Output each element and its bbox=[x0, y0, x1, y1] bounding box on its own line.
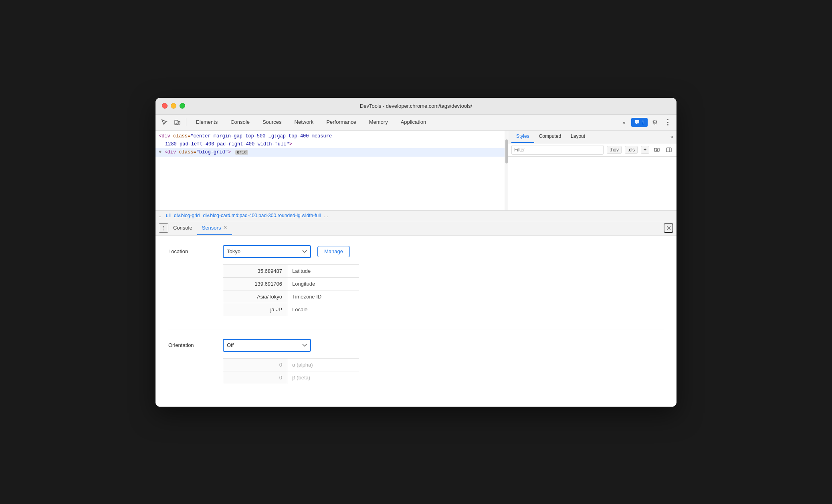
orientation-label: Orientation bbox=[168, 342, 216, 348]
beta-value[interactable]: 0 bbox=[223, 371, 287, 384]
styles-more-tabs[interactable]: » bbox=[670, 133, 673, 140]
orientation-row: Orientation Off Portrait Primary Landsca… bbox=[168, 339, 664, 352]
timezone-row: Asia/Tokyo Timezone ID bbox=[223, 290, 359, 303]
inspect-element-button[interactable] bbox=[159, 117, 170, 128]
longitude-value[interactable]: 139.691706 bbox=[223, 278, 287, 290]
alpha-row: 0 α (alpha) bbox=[223, 359, 359, 371]
svg-rect-6 bbox=[666, 148, 671, 152]
devtools-body: Elements Console Sources Network Perform… bbox=[155, 115, 677, 407]
chat-badge-button[interactable]: 1 bbox=[631, 118, 648, 127]
dom-panel: <div class="center margin-gap top-500 lg… bbox=[155, 131, 508, 210]
tab-network[interactable]: Network bbox=[288, 114, 320, 130]
dom-line-3[interactable]: ▼ <div class="blog-grid"> grid bbox=[155, 148, 508, 157]
svg-rect-5 bbox=[656, 148, 657, 149]
tab-elements[interactable]: Elements bbox=[190, 114, 224, 130]
drawer-close-button[interactable]: ✕ bbox=[664, 223, 673, 233]
main-tabs: Elements Console Sources Network Perform… bbox=[190, 115, 432, 130]
tab-sources[interactable]: Sources bbox=[256, 114, 288, 130]
drawer-tab-sensors[interactable]: Sensors ✕ bbox=[197, 221, 232, 235]
locale-row: ja-JP Locale bbox=[223, 303, 359, 316]
hov-button[interactable]: :hov bbox=[607, 146, 622, 154]
longitude-key: Longitude bbox=[287, 278, 359, 290]
device-toggle-button[interactable] bbox=[172, 117, 183, 128]
alpha-value[interactable]: 0 bbox=[223, 359, 287, 371]
title-bar: DevTools - developer.chrome.com/tags/dev… bbox=[155, 98, 677, 115]
tab-performance[interactable]: Performance bbox=[320, 114, 362, 130]
devtools-window: DevTools - developer.chrome.com/tags/dev… bbox=[155, 98, 677, 407]
screenshot-styles-button[interactable] bbox=[652, 145, 661, 154]
beta-row: 0 β (beta) bbox=[223, 371, 359, 384]
cls-button[interactable]: .cls bbox=[625, 146, 638, 154]
tab-layout[interactable]: Layout bbox=[566, 130, 590, 143]
traffic-lights bbox=[162, 103, 185, 109]
settings-button[interactable]: ⚙ bbox=[649, 117, 660, 128]
breadcrumb-item-blog-card[interactable]: div.blog-card.md:pad-400.pad-300.rounded… bbox=[203, 213, 321, 218]
breadcrumb-item-blog-grid[interactable]: div.blog-grid bbox=[174, 213, 200, 218]
location-select[interactable]: No override Tokyo London New York Custom… bbox=[223, 245, 311, 258]
locale-value[interactable]: ja-JP bbox=[223, 303, 287, 316]
breadcrumb-bar: ... ull div.blog-grid div.blog-card.md:p… bbox=[155, 211, 677, 221]
main-area: <div class="center margin-gap top-500 lg… bbox=[155, 131, 677, 211]
location-label: Location bbox=[168, 248, 216, 254]
styles-panel: Styles Computed Layout » :hov .cls + bbox=[508, 131, 677, 210]
dom-line-1: <div class="center margin-gap top-500 lg… bbox=[155, 132, 508, 140]
location-section: Location No override Tokyo London New Yo… bbox=[168, 245, 664, 316]
latitude-key: Latitude bbox=[287, 265, 359, 277]
latitude-row: 35.689487 Latitude bbox=[223, 265, 359, 278]
dom-scrollbar[interactable] bbox=[505, 131, 508, 210]
add-style-button[interactable]: + bbox=[641, 146, 649, 154]
location-fields-grid: 35.689487 Latitude 139.691706 Longitude … bbox=[223, 264, 359, 316]
sidebar-styles-button[interactable] bbox=[664, 145, 673, 154]
longitude-row: 139.691706 Longitude bbox=[223, 278, 359, 290]
bottom-drawer: ⋮ Console Sensors ✕ ✕ Location No ov bbox=[155, 221, 677, 407]
alpha-key: α (alpha) bbox=[287, 359, 359, 371]
breadcrumb-more-end[interactable]: ... bbox=[324, 213, 328, 218]
timezone-value[interactable]: Asia/Tokyo bbox=[223, 290, 287, 303]
svg-rect-3 bbox=[654, 148, 659, 151]
breadcrumb-more-start[interactable]: ... bbox=[159, 213, 163, 218]
maximize-button[interactable] bbox=[180, 103, 185, 109]
beta-key: β (beta) bbox=[287, 371, 359, 384]
close-button[interactable] bbox=[162, 103, 168, 109]
tab-application[interactable]: Application bbox=[394, 114, 433, 130]
manage-button[interactable]: Manage bbox=[317, 246, 350, 257]
styles-filter-bar: :hov .cls + bbox=[508, 143, 677, 157]
orientation-select[interactable]: Off Portrait Primary Landscape Primary C… bbox=[223, 339, 311, 352]
locale-key: Locale bbox=[287, 303, 359, 316]
tab-memory[interactable]: Memory bbox=[363, 114, 394, 130]
orientation-fields-grid: 0 α (alpha) 0 β (beta) bbox=[223, 358, 359, 384]
minimize-button[interactable] bbox=[171, 103, 176, 109]
toolbar-separator bbox=[186, 118, 186, 126]
dom-line-2: 1280 pad-left-400 pad-right-400 width-fu… bbox=[155, 140, 508, 148]
chat-count: 1 bbox=[642, 119, 644, 125]
styles-tabs: Styles Computed Layout » bbox=[508, 131, 677, 143]
tab-computed[interactable]: Computed bbox=[534, 130, 566, 143]
sensors-content: Location No override Tokyo London New Yo… bbox=[155, 236, 677, 407]
tab-styles[interactable]: Styles bbox=[511, 130, 534, 143]
sensors-tab-close[interactable]: ✕ bbox=[223, 225, 227, 230]
styles-filter-input[interactable] bbox=[511, 145, 604, 155]
svg-point-4 bbox=[656, 149, 658, 151]
drawer-more-button[interactable]: ⋮ bbox=[159, 223, 168, 233]
timezone-key: Timezone ID bbox=[287, 290, 359, 303]
drawer-tabs-bar: ⋮ Console Sensors ✕ ✕ bbox=[155, 221, 677, 236]
more-options-button[interactable]: ⋮ bbox=[662, 117, 673, 128]
location-row: Location No override Tokyo London New Yo… bbox=[168, 245, 664, 258]
top-toolbar: Elements Console Sources Network Perform… bbox=[155, 115, 677, 131]
dom-scrollbar-thumb[interactable] bbox=[505, 139, 508, 163]
svg-rect-1 bbox=[178, 121, 180, 124]
toolbar-right: » 1 ⚙ ⋮ bbox=[618, 117, 673, 128]
breadcrumb-item-ull[interactable]: ull bbox=[166, 213, 171, 218]
drawer-tab-console[interactable]: Console bbox=[168, 221, 197, 235]
window-title: DevTools - developer.chrome.com/tags/dev… bbox=[360, 103, 472, 109]
latitude-value[interactable]: 35.689487 bbox=[223, 265, 287, 277]
section-divider bbox=[168, 329, 664, 329]
orientation-section: Orientation Off Portrait Primary Landsca… bbox=[168, 339, 664, 384]
tab-console[interactable]: Console bbox=[224, 114, 256, 130]
more-tabs-button[interactable]: » bbox=[618, 117, 630, 128]
